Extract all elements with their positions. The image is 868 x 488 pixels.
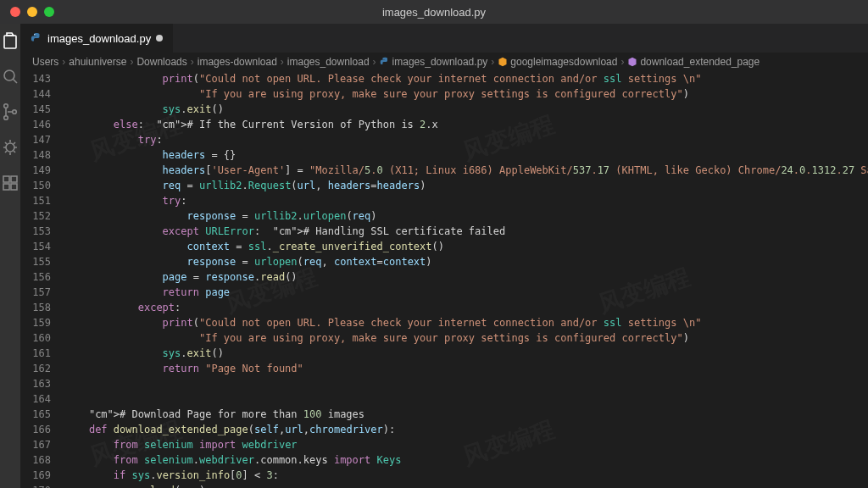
svg-point-1 xyxy=(4,70,14,80)
svg-line-2 xyxy=(14,80,18,84)
tab-images-download[interactable]: images_download.py xyxy=(20,24,174,53)
svg-point-11 xyxy=(34,34,35,35)
explorer-icon[interactable] xyxy=(0,30,20,51)
search-icon[interactable] xyxy=(0,66,20,86)
source-control-icon[interactable] xyxy=(0,102,20,122)
breadcrumb[interactable]: Users› ahuiuniverse› Downloads› images-d… xyxy=(20,53,868,71)
svg-rect-9 xyxy=(3,184,9,190)
extensions-icon[interactable] xyxy=(0,173,20,193)
activity-bar xyxy=(0,24,20,488)
breadcrumb-method[interactable]: download_extended_page xyxy=(627,56,760,68)
svg-rect-10 xyxy=(11,184,17,190)
modified-indicator-icon xyxy=(156,35,163,42)
code-editor[interactable]: 1431441451461471481491501511521531541551… xyxy=(20,71,868,488)
code-content[interactable]: print("Could not open URL. Please check … xyxy=(64,71,868,488)
svg-point-5 xyxy=(13,110,17,114)
breadcrumb-file[interactable]: images_download.py xyxy=(380,56,488,68)
python-file-icon xyxy=(31,32,42,44)
debug-icon[interactable] xyxy=(0,137,20,158)
tab-bar: images_download.py xyxy=(20,24,868,53)
svg-point-3 xyxy=(4,104,8,108)
window-title: images_download.py xyxy=(0,6,868,19)
tab-label: images_download.py xyxy=(47,32,151,45)
svg-rect-7 xyxy=(3,176,9,182)
titlebar: images_download.py xyxy=(0,0,868,24)
breadcrumb-class[interactable]: googleimagesdownload xyxy=(498,56,617,68)
svg-rect-8 xyxy=(11,176,17,182)
line-number-gutter: 1431441451461471481491501511521531541551… xyxy=(20,71,64,488)
svg-point-4 xyxy=(4,116,8,120)
svg-point-6 xyxy=(6,143,14,152)
svg-rect-0 xyxy=(4,36,16,48)
